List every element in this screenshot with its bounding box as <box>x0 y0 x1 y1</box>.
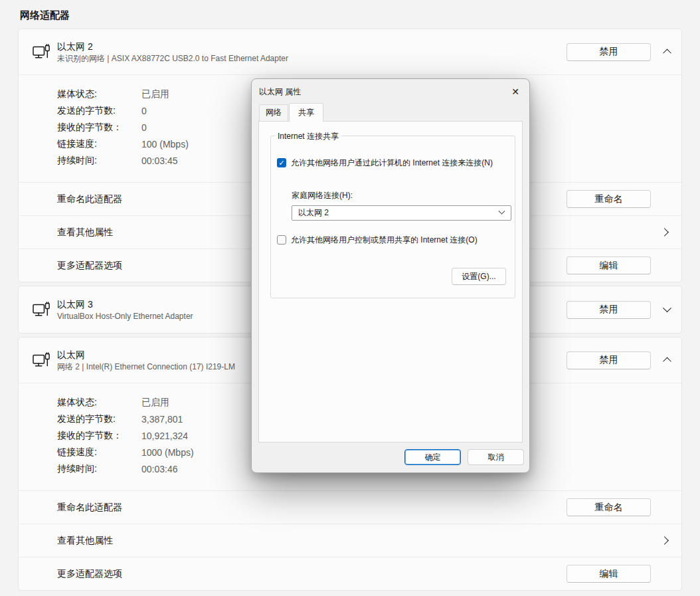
detail-label: 链接速度: <box>57 447 141 458</box>
chevron-up-icon[interactable] <box>663 356 671 364</box>
allow-control-checkbox-row[interactable]: 允许其他网络用户控制或禁用共享的 Internet 连接(O) <box>277 235 509 245</box>
detail-label: 媒体状态: <box>57 88 141 100</box>
adapter-name: 以太网 2 <box>57 41 567 52</box>
detail-value: 已启用 <box>141 88 169 100</box>
disable-button[interactable]: 禁用 <box>567 301 651 319</box>
disable-button[interactable]: 禁用 <box>567 43 651 61</box>
chevron-up-icon[interactable] <box>663 48 671 56</box>
rename-adapter-label: 重命名此适配器 <box>57 502 567 514</box>
adapter-description: 未识别的网络 | ASIX AX88772C USB2.0 to Fast Et… <box>57 54 567 64</box>
allow-connect-checkbox-row[interactable]: 允许其他网络用户通过此计算机的 Internet 连接来连接(N) <box>277 158 509 168</box>
network-adapter-icon <box>33 44 50 60</box>
edit-button[interactable]: 编辑 <box>567 565 651 583</box>
network-adapter-icon <box>33 352 50 369</box>
view-properties-row[interactable]: 查看其他属性 <box>19 524 681 557</box>
view-properties-label: 查看其他属性 <box>57 535 660 547</box>
detail-value: 0 <box>141 106 147 116</box>
home-connection-select[interactable]: 以太网 2 <box>292 205 511 221</box>
detail-label: 持续时间: <box>57 155 141 167</box>
home-connection-value: 以太网 2 <box>298 207 329 219</box>
detail-label: 接收的字节数： <box>57 122 141 134</box>
more-adapter-options-label: 更多适配器选项 <box>57 568 567 580</box>
detail-label: 发送的字节数: <box>57 105 141 117</box>
chevron-right-icon <box>660 537 668 545</box>
checkbox-checked-icon[interactable] <box>277 158 286 167</box>
detail-label: 链接速度: <box>57 138 141 150</box>
detail-value: 100 (Mbps) <box>141 139 189 149</box>
dialog-titlebar[interactable]: 以太网 属性 ✕ <box>252 79 529 104</box>
detail-value: 10,921,324 <box>141 431 188 441</box>
close-icon[interactable]: ✕ <box>511 87 519 96</box>
cancel-button[interactable]: 取消 <box>468 449 524 465</box>
edit-button[interactable]: 编辑 <box>567 256 651 274</box>
detail-value: 3,387,801 <box>141 414 183 425</box>
internet-connection-sharing-group: Internet 连接共享 允许其他网络用户通过此计算机的 Internet 连… <box>270 136 515 298</box>
chevron-down-icon <box>498 210 505 217</box>
tab-sharing[interactable]: 共享 <box>289 103 323 122</box>
home-connection-label: 家庭网络连接(H): <box>292 190 353 201</box>
dialog-tab-strip: 网络 共享 <box>252 104 529 121</box>
detail-label: 持续时间: <box>57 463 141 475</box>
detail-value: 1000 (Mbps) <box>141 447 194 458</box>
group-title: Internet 连接共享 <box>275 131 341 142</box>
network-adapter-icon <box>33 302 50 318</box>
ethernet-properties-dialog: 以太网 属性 ✕ 网络 共享 Internet 连接共享 允许其他网络用户通过此… <box>251 78 530 473</box>
more-adapter-options-row: 更多适配器选项 编辑 <box>19 557 681 590</box>
dialog-footer: 确定 取消 <box>252 442 529 472</box>
tab-network[interactable]: 网络 <box>259 104 288 121</box>
chevron-down-icon[interactable] <box>663 306 671 314</box>
rename-adapter-row: 重命名此适配器 重命名 <box>19 490 681 524</box>
allow-control-label: 允许其他网络用户控制或禁用共享的 Internet 连接(O) <box>291 235 478 245</box>
detail-label: 发送的字节数: <box>57 413 141 425</box>
detail-label: 接收的字节数： <box>57 430 141 442</box>
rename-button[interactable]: 重命名 <box>567 190 651 208</box>
checkbox-unchecked-icon[interactable] <box>277 235 286 245</box>
allow-connect-label: 允许其他网络用户通过此计算机的 Internet 连接来连接(N) <box>291 158 493 168</box>
detail-value: 00:03:46 <box>141 464 178 474</box>
detail-value: 已启用 <box>141 397 169 409</box>
adapter-header[interactable]: 以太网 2 未识别的网络 | ASIX AX88772C USB2.0 to F… <box>19 29 681 74</box>
settings-button[interactable]: 设置(G)... <box>452 268 506 285</box>
rename-button[interactable]: 重命名 <box>567 498 651 516</box>
ok-button[interactable]: 确定 <box>404 449 461 465</box>
chevron-right-icon <box>660 229 668 237</box>
page-title: 网络适配器 <box>20 9 700 22</box>
detail-label: 媒体状态: <box>57 397 141 409</box>
adapter-titles: 以太网 2 未识别的网络 | ASIX AX88772C USB2.0 to F… <box>57 41 567 64</box>
disable-button[interactable]: 禁用 <box>567 351 651 369</box>
sharing-tab-page: Internet 连接共享 允许其他网络用户通过此计算机的 Internet 连… <box>258 121 523 443</box>
dialog-title: 以太网 属性 <box>259 86 511 98</box>
detail-value: 00:03:45 <box>141 155 178 166</box>
detail-value: 0 <box>141 122 147 133</box>
